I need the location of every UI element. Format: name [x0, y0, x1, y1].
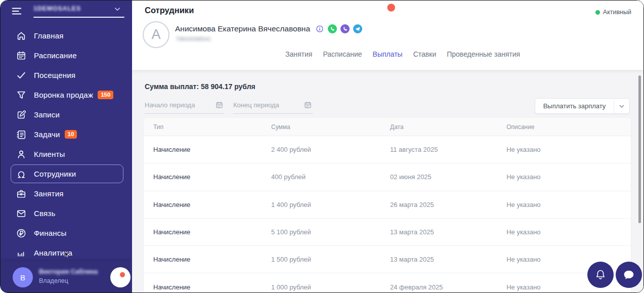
sidebar-user-panel[interactable]: B Виктория Саблина Владелец: [1, 261, 132, 293]
cell-date: 13 марта 2025: [380, 228, 497, 236]
cell-amount: 1 000 рублей: [262, 283, 380, 291]
sidebar-item-funnel[interactable]: Воронка продаж 150: [1, 85, 132, 105]
tab-Проведенные занятия[interactable]: Проведенные занятия: [447, 50, 520, 58]
briefcase-icon: [16, 188, 27, 199]
sidebar-item-chart[interactable]: Аналитика: [1, 243, 132, 263]
app-window: 1DEMOSALES Главная Расписание Посещения: [0, 0, 644, 293]
payouts-table: ТипСуммаДатаОписание Начисление 2 400 ру…: [144, 118, 631, 293]
cell-type: Начисление: [144, 256, 262, 263]
sidebar-item-label: Аналитика: [34, 248, 72, 257]
sidebar-item-badge: 150: [98, 91, 113, 99]
cell-amount: 400 рублей: [262, 173, 380, 181]
info-icon[interactable]: [315, 24, 324, 33]
user-role: Владелец: [39, 277, 68, 284]
sidebar-item-mail[interactable]: Связь: [1, 203, 132, 223]
employee-name: Анисимова Екатерина Вячеславовна: [175, 24, 310, 33]
table-row[interactable]: Начисление 5 100 рублей 13 марта 2025 Не…: [144, 219, 631, 246]
table-column-header: Сумма: [262, 123, 380, 131]
sidebar-item-label: Финансы: [34, 229, 66, 237]
whatsapp-icon[interactable]: [328, 24, 337, 33]
viber-icon[interactable]: [340, 24, 350, 33]
tab-Ставки[interactable]: Ставки: [413, 50, 437, 58]
cell-description: Не указано: [497, 256, 631, 263]
table-row[interactable]: Начисление 2 400 рублей 11 августа 2025 …: [144, 136, 631, 163]
table-column-header: Тип: [144, 123, 262, 131]
tab-Занятия[interactable]: Занятия: [285, 50, 312, 58]
table-column-header: Описание: [497, 123, 631, 131]
cell-type: Начисление: [144, 173, 262, 181]
cell-amount: 2 400 рублей: [262, 146, 380, 153]
cell-description: Не указано: [497, 173, 631, 181]
sidebar-item-label: Воронка продаж: [34, 91, 93, 99]
sidebar-item-label: Клиенты: [34, 150, 65, 158]
table-row[interactable]: Начисление 1 000 рублей 24 февраля 2025 …: [144, 273, 631, 293]
sidebar: 1DEMOSALES Главная Расписание Посещения: [1, 1, 132, 293]
cell-description: Не указано: [497, 201, 631, 208]
main-area: Сотрудники Активный A Анисимова Екатерин…: [132, 1, 644, 293]
sidebar-item-person[interactable]: Клиенты: [1, 144, 132, 164]
mail-icon: [16, 208, 27, 219]
sidebar-item-label: Занятия: [34, 189, 64, 198]
ruble-icon: [16, 228, 27, 239]
table-row[interactable]: Начисление 1 500 рублей 13 марта 2025 Не…: [144, 246, 631, 273]
workspace-switcher[interactable]: 1DEMOSALES: [1, 1, 132, 23]
cell-amount: 1 500 рублей: [262, 256, 380, 263]
sidebar-item-check[interactable]: Посещения: [1, 65, 132, 85]
calendar-icon: [16, 50, 27, 61]
period-start-input[interactable]: Начало периода: [145, 99, 225, 114]
sidebar-item-calendar[interactable]: Расписание: [1, 46, 132, 65]
brand-logo-icon: [378, 2, 398, 22]
notifications-button[interactable]: [587, 262, 614, 288]
telegram-icon[interactable]: [353, 24, 362, 33]
menu-icon[interactable]: [11, 6, 23, 17]
cell-date: 02 июня 2025: [380, 173, 497, 181]
period-end-placeholder: Конец периода: [233, 101, 279, 109]
employee-avatar[interactable]: A: [143, 21, 169, 48]
chevron-down-icon[interactable]: [113, 5, 122, 14]
sidebar-item-briefcase[interactable]: Занятия: [1, 184, 132, 203]
cell-description: Не указано: [497, 228, 631, 236]
cell-type: Начисление: [144, 146, 262, 153]
employee-phone: 79603098541: [176, 36, 211, 42]
calendar-icon[interactable]: [215, 101, 224, 109]
chat-button[interactable]: [616, 262, 642, 288]
cell-type: Начисление: [144, 228, 262, 236]
table-header-row: ТипСуммаДатаОписание: [144, 118, 631, 136]
calendar-icon[interactable]: [304, 101, 312, 109]
payouts-panel: Сумма выплат: 58 904.17 рубля Начало пер…: [132, 70, 644, 293]
period-end-input[interactable]: Конец периода: [233, 99, 313, 114]
headset-icon: [16, 169, 27, 180]
app-logo-button[interactable]: [110, 267, 131, 287]
home-icon: [16, 30, 27, 41]
tab-Расписание[interactable]: Расписание: [323, 50, 362, 58]
chat-bubble-icon: [622, 268, 636, 282]
sidebar-item-badge: 10: [65, 130, 77, 139]
edit-icon: [16, 109, 27, 120]
cell-type: Начисление: [144, 201, 262, 208]
tab-Выплаты[interactable]: Выплаты: [373, 50, 403, 58]
bell-icon: [594, 268, 607, 281]
cell-date: 13 марта 2025: [380, 256, 497, 263]
pay-salary-dropdown-toggle[interactable]: [614, 99, 629, 113]
cell-description: Не указано: [497, 283, 631, 291]
user-avatar[interactable]: B: [13, 267, 33, 287]
sidebar-menu: Главная Расписание Посещения Воронка про…: [1, 26, 132, 263]
employee-contact-icons: [315, 24, 362, 33]
cell-date: 11 августа 2025: [380, 146, 497, 153]
sidebar-item-edit[interactable]: Записи: [1, 105, 132, 124]
employee-tabs: ЗанятияРасписаниеВыплатыСтавкиПроведенны…: [285, 50, 520, 58]
sidebar-item-tasks[interactable]: Задачи 10: [1, 124, 132, 144]
sidebar-item-label: Задачи: [34, 130, 60, 139]
sidebar-item-headset[interactable]: Сотрудники: [1, 164, 132, 184]
table-row[interactable]: Начисление 400 рублей 02 июня 2025 Не ук…: [144, 163, 631, 191]
pay-salary-split-button: Выплатить зарплату: [535, 98, 630, 114]
sidebar-item-home[interactable]: Главная: [1, 26, 132, 46]
table-row[interactable]: Начисление 1 400 рублей 26 марта 2025 Не…: [144, 191, 631, 219]
table-column-header: Дата: [380, 123, 497, 131]
sidebar-item-label: Главная: [34, 31, 64, 40]
vertical-scrollbar[interactable]: [638, 75, 641, 223]
sidebar-item-ruble[interactable]: Финансы: [1, 223, 132, 243]
tasks-icon: [16, 129, 27, 140]
pay-salary-button[interactable]: Выплатить зарплату: [535, 99, 614, 113]
page-title: Сотрудники: [145, 6, 194, 15]
